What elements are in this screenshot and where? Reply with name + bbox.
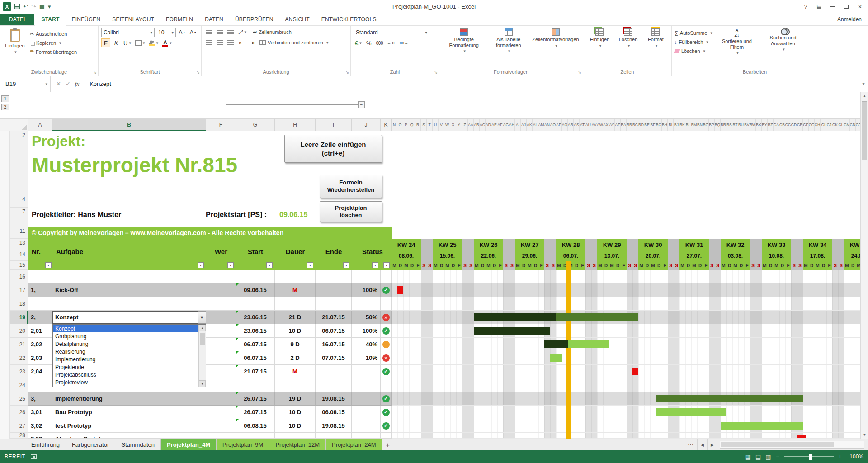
cell-status-pct[interactable]: 50% — [352, 311, 381, 324]
decrease-decimal-icon[interactable]: .00→ — [397, 38, 410, 47]
tab-seitenlayout[interactable]: SEITENLAYOUT — [106, 14, 160, 25]
normal-view-icon[interactable]: ▦ — [745, 454, 751, 460]
cell-ende[interactable] — [316, 365, 352, 378]
number-dialog-launcher[interactable]: ↘ — [434, 70, 438, 75]
column-header[interactable]: AP — [556, 119, 562, 131]
font-color-icon[interactable]: A — [161, 38, 173, 47]
cell-start[interactable] — [236, 378, 275, 392]
cell-status-icon[interactable]: ✓ — [381, 392, 392, 406]
gantt-row[interactable] — [392, 406, 860, 419]
column-header[interactable]: AO — [550, 119, 556, 131]
delete-cells-button[interactable]: Löschen — [614, 28, 642, 67]
column-header[interactable]: AG — [503, 119, 509, 131]
gantt-bar[interactable] — [474, 327, 550, 335]
cell-start[interactable]: 23.06.15 — [236, 324, 275, 338]
increase-font-icon[interactable]: A▲ — [177, 28, 187, 37]
column-header[interactable]: BQ — [715, 119, 721, 131]
column-header[interactable]: AJ — [521, 119, 527, 131]
column-header[interactable]: BP — [709, 119, 715, 131]
name-box[interactable]: B19▾ — [0, 76, 51, 92]
tab-datei[interactable]: DATEI — [0, 14, 34, 25]
account-sign-in[interactable]: Anmelden — [831, 14, 868, 25]
column-header[interactable]: BK — [679, 119, 685, 131]
row-header[interactable]: 25 — [10, 392, 28, 406]
close-button[interactable]: ✕ — [854, 2, 866, 12]
select-all-corner[interactable] — [0, 119, 28, 131]
gantt-bar[interactable] — [632, 368, 638, 375]
cell-start[interactable]: 26.07.15 — [236, 392, 275, 406]
column-header[interactable]: AM — [538, 119, 544, 131]
vertical-scroll-thumb[interactable] — [862, 101, 867, 160]
cell-status-icon[interactable]: ✓ — [381, 365, 392, 378]
row-header[interactable]: 4 — [10, 195, 28, 208]
gantt-row[interactable] — [392, 324, 860, 338]
column-header[interactable]: BI — [668, 119, 674, 131]
column-header[interactable]: BO — [703, 119, 709, 131]
column-header[interactable]: O — [397, 119, 403, 131]
column-header[interactable]: P — [403, 119, 409, 131]
insert-function-button[interactable]: fx — [75, 80, 79, 88]
gantt-bar[interactable] — [721, 422, 803, 430]
minimize-button[interactable] — [826, 2, 839, 12]
cell-wer[interactable] — [206, 378, 236, 392]
horizontal-scroll-thumb[interactable] — [721, 442, 834, 447]
column-header[interactable]: BR — [721, 119, 726, 131]
column-header[interactable]: BV — [744, 119, 750, 131]
column-header[interactable]: Z — [462, 119, 468, 131]
gantt-bar[interactable] — [797, 435, 806, 439]
cell-wer[interactable] — [206, 270, 236, 283]
cell-nr[interactable]: 3,01 — [28, 406, 52, 419]
row-header[interactable]: 23 — [10, 365, 28, 378]
page-break-view-icon[interactable]: ▥ — [765, 454, 771, 460]
gantt-row[interactable] — [392, 283, 860, 297]
sheet-tab-stammdaten[interactable]: Stammdaten — [115, 439, 161, 450]
column-header[interactable]: AR — [568, 119, 574, 131]
filter-dropdown-button[interactable]: ▼ — [227, 262, 234, 268]
cell-ende[interactable]: 06.08.15 — [316, 406, 352, 419]
cell-ende[interactable]: 19.08.15 — [316, 392, 352, 406]
cell-nr[interactable]: 3, — [28, 392, 52, 406]
orientation-icon[interactable]: ⤢ — [237, 28, 248, 37]
column-header[interactable]: CA — [774, 119, 779, 131]
cell-status-pct[interactable] — [352, 433, 381, 439]
cell-status-icon[interactable]: × — [381, 351, 392, 365]
tab-ansicht[interactable]: ANSICHT — [279, 14, 316, 25]
scroll-up-icon[interactable]: ▲ — [861, 92, 868, 100]
bold-button[interactable]: F — [101, 38, 110, 47]
cell-ende[interactable] — [316, 378, 352, 392]
column-header[interactable]: AH — [509, 119, 515, 131]
cell-status-icon[interactable]: – — [381, 338, 392, 351]
row-area[interactable] — [28, 208, 860, 222]
cell-wer[interactable] — [206, 311, 236, 324]
column-header[interactable]: AB — [474, 119, 480, 131]
column-header[interactable]: AI — [515, 119, 521, 131]
row-header[interactable]: 11 — [10, 227, 28, 239]
cell-nr[interactable]: 2,02 — [28, 338, 52, 351]
dropdown-scrollbar[interactable]: ▲ ▼ — [198, 325, 206, 387]
insert-cells-button[interactable]: Einfügen — [586, 28, 613, 67]
cell-wer[interactable] — [206, 406, 236, 419]
column-header-H[interactable]: H — [275, 119, 316, 131]
fill-color-icon[interactable] — [147, 38, 160, 47]
gantt-bar[interactable] — [556, 313, 638, 321]
filter-dropdown-button[interactable]: ▼ — [198, 262, 204, 268]
new-sheet-button[interactable]: + — [382, 439, 393, 450]
scroll-left-icon[interactable]: ◀ — [697, 439, 707, 450]
column-header[interactable]: S — [421, 119, 427, 131]
column-header[interactable]: CO — [856, 119, 860, 131]
column-header[interactable]: BD — [638, 119, 644, 131]
cell-start[interactable]: 06.07.15 — [236, 338, 275, 351]
cell-ende[interactable] — [316, 270, 352, 283]
cell-dauer[interactable] — [275, 433, 316, 439]
tab-einfuegen[interactable]: EINFÜGEN — [66, 14, 107, 25]
row-header[interactable]: 22 — [10, 351, 28, 365]
filter-dropdown-button[interactable]: ▼ — [307, 262, 313, 268]
column-header[interactable]: BA — [621, 119, 627, 131]
decrease-font-icon[interactable]: A▼ — [189, 28, 198, 37]
gantt-bar[interactable] — [656, 395, 803, 402]
tab-start[interactable]: START — [35, 14, 66, 26]
column-header[interactable]: CB — [779, 119, 785, 131]
row-header[interactable]: 14 — [10, 250, 28, 261]
cell-ende[interactable] — [316, 433, 352, 439]
column-header[interactable]: AZ — [615, 119, 621, 131]
